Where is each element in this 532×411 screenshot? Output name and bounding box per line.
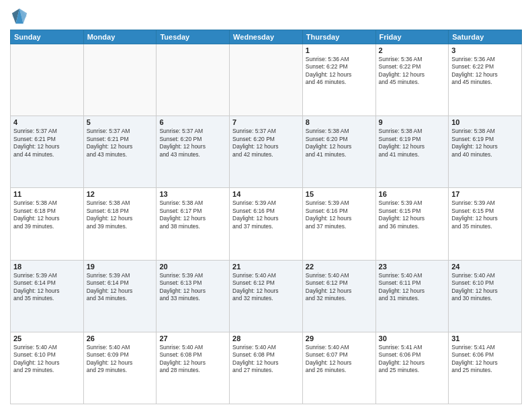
day-info: Sunrise: 5:41 AM Sunset: 6:06 PM Dayligh… bbox=[451, 344, 519, 375]
day-number: 5 bbox=[87, 118, 154, 126]
day-number: 3 bbox=[451, 46, 519, 54]
calendar-cell: 24Sunrise: 5:40 AM Sunset: 6:10 PM Dayli… bbox=[449, 260, 522, 332]
day-number: 1 bbox=[306, 46, 373, 54]
week-row-4: 25Sunrise: 5:40 AM Sunset: 6:10 PM Dayli… bbox=[11, 332, 522, 404]
day-number: 9 bbox=[379, 118, 446, 126]
header bbox=[10, 7, 522, 26]
logo-icon bbox=[10, 7, 29, 26]
calendar-cell: 28Sunrise: 5:40 AM Sunset: 6:08 PM Dayli… bbox=[230, 332, 303, 404]
day-info: Sunrise: 5:37 AM Sunset: 6:20 PM Dayligh… bbox=[232, 128, 300, 158]
col-header-thursday: Thursday bbox=[302, 30, 375, 44]
calendar-header-row: SundayMondayTuesdayWednesdayThursdayFrid… bbox=[11, 30, 522, 44]
calendar-cell: 27Sunrise: 5:40 AM Sunset: 6:08 PM Dayli… bbox=[157, 332, 230, 404]
calendar-cell: 5Sunrise: 5:37 AM Sunset: 6:21 PM Daylig… bbox=[83, 116, 157, 188]
calendar-cell: 6Sunrise: 5:37 AM Sunset: 6:20 PM Daylig… bbox=[157, 116, 230, 188]
day-number: 20 bbox=[159, 263, 226, 271]
day-info: Sunrise: 5:40 AM Sunset: 6:08 PM Dayligh… bbox=[159, 344, 226, 375]
calendar-cell: 8Sunrise: 5:38 AM Sunset: 6:20 PM Daylig… bbox=[302, 116, 375, 188]
calendar-cell: 4Sunrise: 5:37 AM Sunset: 6:21 PM Daylig… bbox=[11, 116, 84, 188]
day-number: 14 bbox=[232, 190, 300, 198]
calendar-cell: 16Sunrise: 5:39 AM Sunset: 6:15 PM Dayli… bbox=[375, 188, 449, 260]
day-number: 24 bbox=[451, 263, 519, 271]
calendar-cell: 20Sunrise: 5:39 AM Sunset: 6:13 PM Dayli… bbox=[157, 260, 230, 332]
day-number: 19 bbox=[87, 263, 154, 271]
col-header-monday: Monday bbox=[83, 30, 157, 44]
calendar-cell: 29Sunrise: 5:40 AM Sunset: 6:07 PM Dayli… bbox=[302, 332, 375, 404]
day-info: Sunrise: 5:36 AM Sunset: 6:22 PM Dayligh… bbox=[451, 56, 519, 87]
day-number: 26 bbox=[87, 334, 154, 342]
day-number: 11 bbox=[13, 190, 81, 198]
calendar-cell: 14Sunrise: 5:39 AM Sunset: 6:16 PM Dayli… bbox=[230, 188, 303, 260]
day-number: 8 bbox=[306, 118, 373, 126]
day-info: Sunrise: 5:40 AM Sunset: 6:07 PM Dayligh… bbox=[306, 344, 373, 375]
day-info: Sunrise: 5:40 AM Sunset: 6:10 PM Dayligh… bbox=[451, 272, 519, 303]
day-number: 18 bbox=[13, 263, 81, 271]
calendar-cell: 1Sunrise: 5:36 AM Sunset: 6:22 PM Daylig… bbox=[302, 44, 375, 116]
calendar-cell: 26Sunrise: 5:40 AM Sunset: 6:09 PM Dayli… bbox=[83, 332, 157, 404]
calendar-cell bbox=[157, 44, 230, 116]
calendar-cell: 18Sunrise: 5:39 AM Sunset: 6:14 PM Dayli… bbox=[11, 260, 84, 332]
day-info: Sunrise: 5:37 AM Sunset: 6:21 PM Dayligh… bbox=[87, 128, 154, 158]
day-info: Sunrise: 5:38 AM Sunset: 6:18 PM Dayligh… bbox=[87, 199, 154, 230]
day-info: Sunrise: 5:40 AM Sunset: 6:10 PM Dayligh… bbox=[13, 344, 81, 375]
calendar-cell: 30Sunrise: 5:41 AM Sunset: 6:06 PM Dayli… bbox=[375, 332, 449, 404]
calendar-cell: 12Sunrise: 5:38 AM Sunset: 6:18 PM Dayli… bbox=[83, 188, 157, 260]
calendar-cell: 10Sunrise: 5:38 AM Sunset: 6:19 PM Dayli… bbox=[449, 116, 522, 188]
calendar-cell: 15Sunrise: 5:39 AM Sunset: 6:16 PM Dayli… bbox=[302, 188, 375, 260]
calendar-cell: 25Sunrise: 5:40 AM Sunset: 6:10 PM Dayli… bbox=[11, 332, 84, 404]
calendar-cell: 21Sunrise: 5:40 AM Sunset: 6:12 PM Dayli… bbox=[230, 260, 303, 332]
day-info: Sunrise: 5:36 AM Sunset: 6:22 PM Dayligh… bbox=[379, 56, 446, 87]
day-number: 6 bbox=[159, 118, 226, 126]
col-header-tuesday: Tuesday bbox=[157, 30, 230, 44]
day-info: Sunrise: 5:40 AM Sunset: 6:12 PM Dayligh… bbox=[306, 272, 373, 303]
day-number: 22 bbox=[306, 263, 373, 271]
week-row-0: 1Sunrise: 5:36 AM Sunset: 6:22 PM Daylig… bbox=[11, 44, 522, 116]
calendar-cell bbox=[230, 44, 303, 116]
week-row-2: 11Sunrise: 5:38 AM Sunset: 6:18 PM Dayli… bbox=[11, 188, 522, 260]
calendar-cell: 3Sunrise: 5:36 AM Sunset: 6:22 PM Daylig… bbox=[449, 44, 522, 116]
day-number: 4 bbox=[13, 118, 81, 126]
day-info: Sunrise: 5:38 AM Sunset: 6:17 PM Dayligh… bbox=[159, 199, 226, 230]
col-header-wednesday: Wednesday bbox=[230, 30, 303, 44]
day-number: 28 bbox=[232, 334, 300, 342]
day-number: 27 bbox=[159, 334, 226, 342]
day-info: Sunrise: 5:40 AM Sunset: 6:11 PM Dayligh… bbox=[379, 272, 446, 303]
calendar-cell: 11Sunrise: 5:38 AM Sunset: 6:18 PM Dayli… bbox=[11, 188, 84, 260]
day-number: 2 bbox=[379, 46, 446, 54]
col-header-friday: Friday bbox=[375, 30, 449, 44]
page: SundayMondayTuesdayWednesdayThursdayFrid… bbox=[0, 0, 532, 411]
day-info: Sunrise: 5:38 AM Sunset: 6:19 PM Dayligh… bbox=[451, 128, 519, 158]
day-info: Sunrise: 5:41 AM Sunset: 6:06 PM Dayligh… bbox=[379, 344, 446, 375]
day-number: 10 bbox=[451, 118, 519, 126]
col-header-sunday: Sunday bbox=[11, 30, 84, 44]
calendar-cell: 31Sunrise: 5:41 AM Sunset: 6:06 PM Dayli… bbox=[449, 332, 522, 404]
calendar-cell: 22Sunrise: 5:40 AM Sunset: 6:12 PM Dayli… bbox=[302, 260, 375, 332]
day-info: Sunrise: 5:36 AM Sunset: 6:22 PM Dayligh… bbox=[306, 56, 373, 87]
day-info: Sunrise: 5:38 AM Sunset: 6:20 PM Dayligh… bbox=[306, 128, 373, 158]
day-number: 25 bbox=[13, 334, 81, 342]
calendar-cell bbox=[83, 44, 157, 116]
day-info: Sunrise: 5:38 AM Sunset: 6:19 PM Dayligh… bbox=[379, 128, 446, 158]
calendar-cell: 2Sunrise: 5:36 AM Sunset: 6:22 PM Daylig… bbox=[375, 44, 449, 116]
day-info: Sunrise: 5:39 AM Sunset: 6:14 PM Dayligh… bbox=[87, 272, 154, 303]
calendar-cell: 9Sunrise: 5:38 AM Sunset: 6:19 PM Daylig… bbox=[375, 116, 449, 188]
day-info: Sunrise: 5:39 AM Sunset: 6:14 PM Dayligh… bbox=[13, 272, 81, 303]
day-number: 16 bbox=[379, 190, 446, 198]
week-row-3: 18Sunrise: 5:39 AM Sunset: 6:14 PM Dayli… bbox=[11, 260, 522, 332]
day-number: 7 bbox=[232, 118, 300, 126]
calendar-table: SundayMondayTuesdayWednesdayThursdayFrid… bbox=[10, 30, 522, 404]
day-info: Sunrise: 5:40 AM Sunset: 6:09 PM Dayligh… bbox=[87, 344, 154, 375]
day-info: Sunrise: 5:39 AM Sunset: 6:15 PM Dayligh… bbox=[451, 199, 519, 230]
day-number: 15 bbox=[306, 190, 373, 198]
calendar-cell: 7Sunrise: 5:37 AM Sunset: 6:20 PM Daylig… bbox=[230, 116, 303, 188]
day-number: 17 bbox=[451, 190, 519, 198]
day-info: Sunrise: 5:39 AM Sunset: 6:16 PM Dayligh… bbox=[232, 199, 300, 230]
day-info: Sunrise: 5:40 AM Sunset: 6:08 PM Dayligh… bbox=[232, 344, 300, 375]
calendar-cell: 17Sunrise: 5:39 AM Sunset: 6:15 PM Dayli… bbox=[449, 188, 522, 260]
day-info: Sunrise: 5:39 AM Sunset: 6:15 PM Dayligh… bbox=[379, 199, 446, 230]
day-info: Sunrise: 5:37 AM Sunset: 6:21 PM Dayligh… bbox=[13, 128, 81, 158]
day-number: 21 bbox=[232, 263, 300, 271]
day-number: 12 bbox=[87, 190, 154, 198]
calendar-cell: 23Sunrise: 5:40 AM Sunset: 6:11 PM Dayli… bbox=[375, 260, 449, 332]
day-number: 13 bbox=[159, 190, 226, 198]
